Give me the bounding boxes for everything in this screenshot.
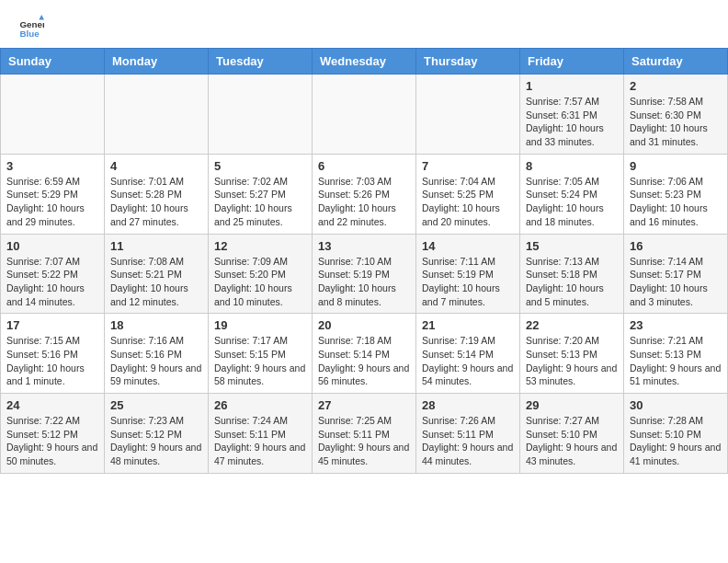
day-info: Sunrise: 7:01 AM Sunset: 5:28 PM Dayligh… [110, 175, 202, 229]
calendar-cell [105, 75, 209, 155]
day-number: 20 [318, 318, 410, 332]
day-number: 3 [6, 159, 98, 173]
day-info: Sunrise: 7:58 AM Sunset: 6:30 PM Dayligh… [630, 95, 722, 149]
day-info: Sunrise: 7:26 AM Sunset: 5:11 PM Dayligh… [422, 414, 514, 468]
day-info: Sunrise: 7:27 AM Sunset: 5:10 PM Dayligh… [526, 414, 618, 468]
day-number: 4 [110, 159, 202, 173]
day-info: Sunrise: 6:59 AM Sunset: 5:29 PM Dayligh… [6, 175, 98, 229]
svg-text:Blue: Blue [19, 29, 40, 39]
weekday-header-tuesday: Tuesday [209, 49, 313, 75]
day-number: 9 [630, 159, 722, 173]
day-info: Sunrise: 7:10 AM Sunset: 5:19 PM Dayligh… [318, 255, 410, 309]
calendar-cell: 14Sunrise: 7:11 AM Sunset: 5:19 PM Dayli… [416, 234, 520, 314]
calendar-cell: 7Sunrise: 7:04 AM Sunset: 5:25 PM Daylig… [416, 154, 520, 234]
day-number: 18 [110, 318, 202, 332]
day-info: Sunrise: 7:19 AM Sunset: 5:14 PM Dayligh… [422, 334, 514, 388]
day-info: Sunrise: 7:14 AM Sunset: 5:17 PM Dayligh… [630, 255, 722, 309]
day-number: 21 [422, 318, 514, 332]
day-number: 16 [630, 239, 722, 253]
day-number: 26 [214, 398, 306, 412]
calendar-cell [209, 75, 313, 155]
day-info: Sunrise: 7:15 AM Sunset: 5:16 PM Dayligh… [6, 334, 98, 388]
day-number: 12 [214, 239, 306, 253]
calendar-cell: 27Sunrise: 7:25 AM Sunset: 5:11 PM Dayli… [313, 394, 416, 474]
calendar-cell: 11Sunrise: 7:08 AM Sunset: 5:21 PM Dayli… [105, 234, 209, 314]
day-number: 15 [526, 239, 618, 253]
day-info: Sunrise: 7:03 AM Sunset: 5:26 PM Dayligh… [318, 175, 410, 229]
day-number: 8 [526, 159, 618, 173]
calendar-cell: 21Sunrise: 7:19 AM Sunset: 5:14 PM Dayli… [416, 314, 520, 394]
calendar-cell: 24Sunrise: 7:22 AM Sunset: 5:12 PM Dayli… [1, 394, 105, 474]
day-number: 11 [110, 239, 202, 253]
calendar-cell: 13Sunrise: 7:10 AM Sunset: 5:19 PM Dayli… [313, 234, 416, 314]
day-number: 27 [318, 398, 410, 412]
calendar-cell: 6Sunrise: 7:03 AM Sunset: 5:26 PM Daylig… [313, 154, 416, 234]
calendar-cell: 20Sunrise: 7:18 AM Sunset: 5:14 PM Dayli… [313, 314, 416, 394]
day-info: Sunrise: 7:05 AM Sunset: 5:24 PM Dayligh… [526, 175, 618, 229]
day-number: 22 [526, 318, 618, 332]
day-info: Sunrise: 7:16 AM Sunset: 5:16 PM Dayligh… [110, 334, 202, 388]
calendar-cell: 30Sunrise: 7:28 AM Sunset: 5:10 PM Dayli… [624, 394, 728, 474]
day-info: Sunrise: 7:11 AM Sunset: 5:19 PM Dayligh… [422, 255, 514, 309]
day-info: Sunrise: 7:25 AM Sunset: 5:11 PM Dayligh… [318, 414, 410, 468]
calendar-cell: 29Sunrise: 7:27 AM Sunset: 5:10 PM Dayli… [520, 394, 624, 474]
day-info: Sunrise: 7:24 AM Sunset: 5:11 PM Dayligh… [214, 414, 306, 468]
day-info: Sunrise: 7:09 AM Sunset: 5:20 PM Dayligh… [214, 255, 306, 309]
weekday-header-sunday: Sunday [1, 49, 105, 75]
calendar-cell: 25Sunrise: 7:23 AM Sunset: 5:12 PM Dayli… [105, 394, 209, 474]
day-number: 28 [422, 398, 514, 412]
day-number: 1 [526, 79, 618, 93]
weekday-header-thursday: Thursday [416, 49, 520, 75]
day-info: Sunrise: 7:18 AM Sunset: 5:14 PM Dayligh… [318, 334, 410, 388]
calendar-cell: 2Sunrise: 7:58 AM Sunset: 6:30 PM Daylig… [624, 75, 728, 155]
calendar-cell: 12Sunrise: 7:09 AM Sunset: 5:20 PM Dayli… [209, 234, 313, 314]
calendar-week-2: 3Sunrise: 6:59 AM Sunset: 5:29 PM Daylig… [1, 154, 728, 234]
weekday-header-row: SundayMondayTuesdayWednesdayThursdayFrid… [1, 49, 728, 75]
day-info: Sunrise: 7:17 AM Sunset: 5:15 PM Dayligh… [214, 334, 306, 388]
calendar-cell: 22Sunrise: 7:20 AM Sunset: 5:13 PM Dayli… [520, 314, 624, 394]
weekday-header-saturday: Saturday [624, 49, 728, 75]
day-info: Sunrise: 7:07 AM Sunset: 5:22 PM Dayligh… [6, 255, 98, 309]
svg-marker-2 [39, 15, 44, 20]
calendar-week-4: 17Sunrise: 7:15 AM Sunset: 5:16 PM Dayli… [1, 314, 728, 394]
calendar-cell: 10Sunrise: 7:07 AM Sunset: 5:22 PM Dayli… [1, 234, 105, 314]
day-info: Sunrise: 7:02 AM Sunset: 5:27 PM Dayligh… [214, 175, 306, 229]
calendar-cell [416, 75, 520, 155]
logo: General Blue [18, 15, 48, 40]
weekday-header-monday: Monday [105, 49, 209, 75]
day-number: 14 [422, 239, 514, 253]
day-number: 7 [422, 159, 514, 173]
day-number: 6 [318, 159, 410, 173]
day-number: 25 [110, 398, 202, 412]
calendar-cell: 3Sunrise: 6:59 AM Sunset: 5:29 PM Daylig… [1, 154, 105, 234]
day-info: Sunrise: 7:22 AM Sunset: 5:12 PM Dayligh… [6, 414, 98, 468]
day-number: 19 [214, 318, 306, 332]
day-number: 23 [630, 318, 722, 332]
calendar-cell: 1Sunrise: 7:57 AM Sunset: 6:31 PM Daylig… [520, 75, 624, 155]
day-number: 17 [6, 318, 98, 332]
calendar-cell: 4Sunrise: 7:01 AM Sunset: 5:28 PM Daylig… [105, 154, 209, 234]
calendar-week-3: 10Sunrise: 7:07 AM Sunset: 5:22 PM Dayli… [1, 234, 728, 314]
day-number: 5 [214, 159, 306, 173]
calendar-week-1: 1Sunrise: 7:57 AM Sunset: 6:31 PM Daylig… [1, 75, 728, 155]
day-number: 24 [6, 398, 98, 412]
calendar-cell: 16Sunrise: 7:14 AM Sunset: 5:17 PM Dayli… [624, 234, 728, 314]
calendar-cell [313, 75, 416, 155]
calendar-cell: 5Sunrise: 7:02 AM Sunset: 5:27 PM Daylig… [209, 154, 313, 234]
calendar-table: SundayMondayTuesdayWednesdayThursdayFrid… [0, 48, 728, 474]
calendar-cell: 9Sunrise: 7:06 AM Sunset: 5:23 PM Daylig… [624, 154, 728, 234]
calendar-cell: 15Sunrise: 7:13 AM Sunset: 5:18 PM Dayli… [520, 234, 624, 314]
logo-icon: General Blue [18, 15, 44, 40]
calendar-cell: 8Sunrise: 7:05 AM Sunset: 5:24 PM Daylig… [520, 154, 624, 234]
day-info: Sunrise: 7:06 AM Sunset: 5:23 PM Dayligh… [630, 175, 722, 229]
weekday-header-wednesday: Wednesday [313, 49, 416, 75]
day-number: 10 [6, 239, 98, 253]
day-number: 29 [526, 398, 618, 412]
day-info: Sunrise: 7:04 AM Sunset: 5:25 PM Dayligh… [422, 175, 514, 229]
calendar-cell: 28Sunrise: 7:26 AM Sunset: 5:11 PM Dayli… [416, 394, 520, 474]
day-number: 13 [318, 239, 410, 253]
day-info: Sunrise: 7:20 AM Sunset: 5:13 PM Dayligh… [526, 334, 618, 388]
weekday-header-friday: Friday [520, 49, 624, 75]
calendar-cell: 18Sunrise: 7:16 AM Sunset: 5:16 PM Dayli… [105, 314, 209, 394]
day-info: Sunrise: 7:08 AM Sunset: 5:21 PM Dayligh… [110, 255, 202, 309]
